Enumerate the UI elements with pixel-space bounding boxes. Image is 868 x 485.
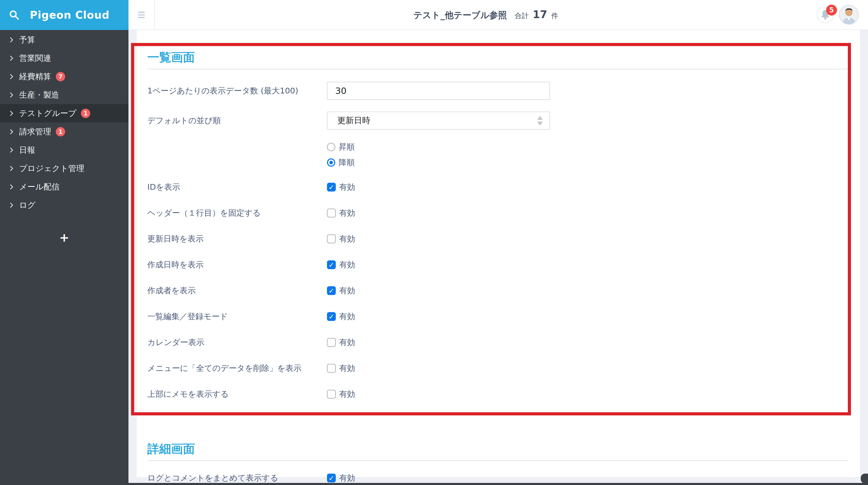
checkbox-fix-header[interactable]: [327, 208, 336, 218]
toggle-label: ヘッダー（１行目）を固定する: [147, 207, 327, 219]
toggle-row-inline-edit: 一覧編集／登録モード 有効: [147, 304, 848, 330]
checkbox-top-memo[interactable]: [327, 390, 336, 399]
chevron-right-icon: [8, 92, 13, 97]
enabled-label: 有効: [339, 285, 355, 296]
checkbox-merge-log-comments[interactable]: [327, 474, 336, 482]
notifications-button[interactable]: 5: [817, 6, 834, 23]
notification-badge: 5: [826, 5, 837, 16]
select-spinner-icon: [537, 112, 543, 129]
radio-desc[interactable]: [327, 159, 335, 167]
table-title: テスト_他テーブル参照: [413, 9, 507, 21]
sidebar-item-seikyu[interactable]: 請求管理 1: [0, 122, 128, 141]
sidebar-item-log[interactable]: ログ: [0, 196, 128, 214]
sidebar-item-mail[interactable]: メール配信: [0, 177, 128, 196]
radio-asc[interactable]: [327, 143, 335, 151]
total-count: 17: [533, 8, 547, 21]
sidebar-toggle-button[interactable]: [128, 0, 155, 29]
sidebar-item-seisan[interactable]: 生産・製造: [0, 86, 128, 104]
enabled-label: 有効: [339, 182, 355, 193]
chevron-right-icon: [8, 129, 13, 134]
notification-count-badge: 1: [56, 127, 65, 136]
sidebar-item-yosan[interactable]: 予算: [0, 31, 128, 49]
enabled-label: 有効: [339, 389, 355, 400]
chevron-right-icon: [8, 166, 13, 171]
enabled-label: 有効: [339, 207, 355, 219]
chevron-right-icon: [8, 147, 13, 153]
sidebar-item-test-group[interactable]: テストグループ 1: [0, 104, 128, 122]
toggle-label: 作成者を表示: [147, 285, 327, 296]
checkbox-delete-all-menu[interactable]: [327, 364, 336, 373]
sort-order-asc[interactable]: 昇順: [327, 140, 848, 154]
checkbox-calendar[interactable]: [327, 338, 336, 347]
toggle-row-show-updated: 更新日時を表示 有効: [147, 226, 848, 252]
checkbox-show-created[interactable]: [327, 260, 336, 269]
sidebar-item-nippo[interactable]: 日報: [0, 141, 128, 159]
total-label: 合計: [515, 11, 529, 21]
settings-panel: 一覧画面 1ページあたりの表示データ数 (最大100) デフォルトの並び順 更新…: [137, 30, 860, 477]
checkbox-show-author[interactable]: [327, 286, 336, 295]
sidebar-item-keihi[interactable]: 経費精算 7: [0, 67, 128, 86]
sidebar-item-label: 営業関連: [19, 53, 51, 64]
page-title: テスト_他テーブル参照 合計 17 件: [413, 8, 558, 21]
add-table-button[interactable]: +: [0, 230, 128, 245]
enabled-label: 有効: [339, 259, 355, 270]
chevron-right-icon: [8, 74, 13, 79]
hamburger-icon: [138, 12, 145, 18]
per-page-input[interactable]: [327, 82, 550, 100]
toggle-row-show-id: IDを表示 有効: [147, 174, 848, 200]
toggle-row-delete-all-menu: メニューに「全てのデータを削除」を表示 有効: [147, 355, 848, 381]
toggle-label: メニューに「全てのデータを削除」を表示: [147, 363, 327, 374]
app-title: Pigeon Cloud: [20, 9, 120, 21]
toggle-label: ログとコメントをまとめて表示する: [147, 473, 327, 483]
list-screen-section-title: 一覧画面: [147, 30, 848, 65]
chevron-right-icon: [8, 111, 13, 116]
sidebar-item-label: 請求管理: [19, 126, 51, 137]
toggle-label: 上部にメモを表示する: [147, 389, 327, 400]
default-sort-value: 更新日時: [337, 115, 370, 126]
search-icon[interactable]: [9, 9, 20, 21]
toggle-row-show-created: 作成日時を表示 有効: [147, 252, 848, 278]
window-bottom-edge: [0, 483, 868, 485]
sidebar-item-label: 日報: [19, 145, 35, 155]
toggle-row-top-memo: 上部にメモを表示する 有効: [147, 381, 848, 407]
toggle-row-merge-log-comments: ログとコメントをまとめて表示する 有効: [147, 465, 848, 485]
section-divider: [147, 69, 848, 69]
checkbox-show-updated[interactable]: [327, 234, 336, 243]
sidebar-nav: 予算 営業関連 経費精算 7 生産・製造 テストグループ 1 請求管理 1: [0, 30, 128, 214]
detail-screen-section-title: 詳細画面: [147, 422, 848, 457]
enabled-label: 有効: [339, 233, 355, 244]
total-unit: 件: [551, 11, 558, 21]
window-corner: [861, 474, 868, 483]
topbar-actions: 5: [817, 5, 859, 25]
toggle-row-fix-header: ヘッダー（１行目）を固定する 有効: [147, 200, 848, 226]
default-sort-label: デフォルトの並び順: [147, 115, 327, 126]
radio-asc-label: 昇順: [339, 142, 354, 152]
notification-count-badge: 1: [81, 109, 90, 118]
sidebar-item-label: 生産・製造: [19, 90, 59, 101]
section-divider: [147, 460, 848, 461]
toggle-label: IDを表示: [147, 182, 327, 193]
sidebar-item-label: テストグループ: [19, 108, 76, 119]
default-sort-row: デフォルトの並び順 更新日時: [147, 112, 848, 130]
avatar-image: [840, 5, 858, 24]
topbar: テスト_他テーブル参照 合計 17 件 5: [128, 0, 868, 30]
toggle-label: 作成日時を表示: [147, 259, 327, 270]
sidebar-item-eigyo[interactable]: 営業関連: [0, 49, 128, 67]
sidebar-item-label: メール配信: [19, 181, 59, 192]
app-logo-bar[interactable]: Pigeon Cloud: [0, 0, 128, 30]
sort-order-group: 昇順 降順: [327, 140, 848, 170]
notification-count-badge: 7: [56, 72, 65, 81]
enabled-label: 有効: [339, 363, 355, 374]
enabled-label: 有効: [339, 473, 355, 483]
sidebar-item-label: ログ: [19, 200, 35, 211]
toggle-label: 一覧編集／登録モード: [147, 311, 327, 322]
checkbox-inline-edit[interactable]: [327, 312, 336, 321]
list-screen-toggles: IDを表示 有効 ヘッダー（１行目）を固定する 有効 更新日時を表示 有効 作成…: [147, 174, 848, 407]
detail-screen-toggles: ログとコメントをまとめて表示する 有効: [147, 465, 848, 485]
default-sort-select[interactable]: 更新日時: [327, 112, 550, 130]
sidebar: Pigeon Cloud 予算 営業関連 経費精算 7 生産・製造 テストグルー…: [0, 0, 128, 485]
sidebar-item-project[interactable]: プロジェクト管理: [0, 159, 128, 177]
sort-order-desc[interactable]: 降順: [327, 155, 848, 170]
checkbox-show-id[interactable]: [327, 183, 336, 192]
user-avatar[interactable]: [839, 5, 859, 25]
